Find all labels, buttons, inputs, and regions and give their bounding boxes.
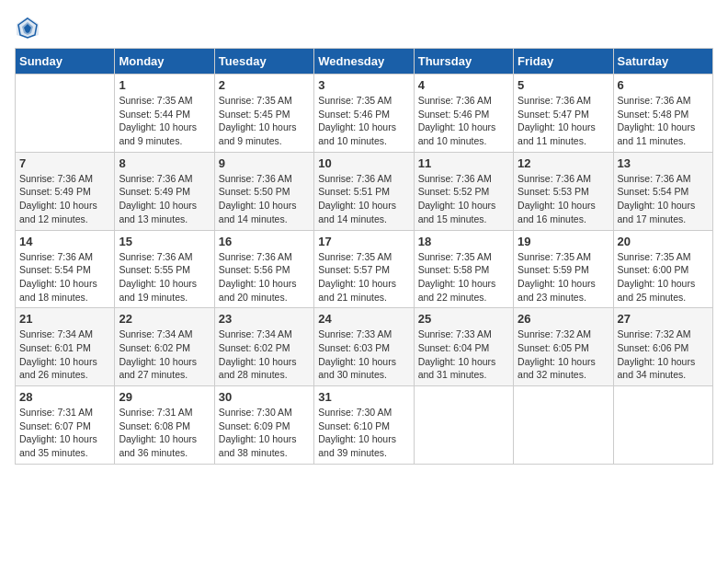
day-number: 31 — [318, 390, 409, 404]
calendar-cell: 19Sunrise: 7:35 AM Sunset: 5:59 PM Dayli… — [514, 230, 613, 308]
column-header-wednesday: Wednesday — [314, 49, 414, 75]
calendar-week-row: 28Sunrise: 7:31 AM Sunset: 6:07 PM Dayli… — [16, 386, 713, 465]
calendar-cell: 14Sunrise: 7:36 AM Sunset: 5:54 PM Dayli… — [16, 230, 115, 308]
day-number: 23 — [219, 312, 310, 326]
day-number: 9 — [219, 156, 310, 170]
calendar-week-row: 1Sunrise: 7:35 AM Sunset: 5:44 PM Daylig… — [16, 75, 713, 153]
day-number: 14 — [19, 235, 110, 248]
day-info: Sunrise: 7:36 AM Sunset: 5:51 PM Dayligh… — [318, 172, 409, 226]
column-header-tuesday: Tuesday — [214, 49, 313, 75]
day-info: Sunrise: 7:35 AM Sunset: 5:58 PM Dayligh… — [418, 250, 509, 304]
logo-icon — [15, 15, 40, 40]
calendar-cell: 20Sunrise: 7:35 AM Sunset: 6:00 PM Dayli… — [613, 230, 712, 308]
calendar-cell: 28Sunrise: 7:31 AM Sunset: 6:07 PM Dayli… — [16, 386, 115, 465]
calendar-cell: 31Sunrise: 7:30 AM Sunset: 6:10 PM Dayli… — [314, 386, 414, 465]
calendar-cell — [16, 75, 115, 153]
calendar-cell: 12Sunrise: 7:36 AM Sunset: 5:53 PM Dayli… — [514, 152, 613, 230]
calendar-cell: 22Sunrise: 7:34 AM Sunset: 6:02 PM Dayli… — [115, 308, 214, 386]
page-header — [15, 15, 713, 40]
column-header-thursday: Thursday — [414, 49, 513, 75]
calendar-cell: 18Sunrise: 7:35 AM Sunset: 5:58 PM Dayli… — [414, 230, 513, 308]
calendar-cell: 3Sunrise: 7:35 AM Sunset: 5:46 PM Daylig… — [314, 75, 414, 153]
calendar-cell: 4Sunrise: 7:36 AM Sunset: 5:46 PM Daylig… — [414, 75, 513, 153]
day-info: Sunrise: 7:36 AM Sunset: 5:56 PM Dayligh… — [219, 250, 310, 304]
calendar-cell: 13Sunrise: 7:36 AM Sunset: 5:54 PM Dayli… — [613, 152, 712, 230]
day-number: 20 — [618, 235, 709, 248]
day-info: Sunrise: 7:36 AM Sunset: 5:54 PM Dayligh… — [19, 250, 110, 304]
day-number: 26 — [518, 312, 609, 326]
day-number: 3 — [318, 78, 409, 92]
calendar-cell — [514, 386, 613, 465]
day-info: Sunrise: 7:36 AM Sunset: 5:48 PM Dayligh… — [618, 94, 709, 148]
day-info: Sunrise: 7:36 AM Sunset: 5:50 PM Dayligh… — [219, 172, 310, 226]
day-number: 28 — [19, 390, 110, 404]
day-info: Sunrise: 7:36 AM Sunset: 5:54 PM Dayligh… — [618, 172, 709, 226]
day-number: 22 — [119, 312, 210, 326]
day-number: 7 — [19, 156, 110, 170]
day-info: Sunrise: 7:35 AM Sunset: 5:45 PM Dayligh… — [219, 94, 310, 148]
day-number: 5 — [518, 78, 609, 92]
day-number: 30 — [219, 390, 310, 404]
calendar-cell: 11Sunrise: 7:36 AM Sunset: 5:52 PM Dayli… — [414, 152, 513, 230]
calendar-cell — [414, 386, 513, 465]
day-info: Sunrise: 7:36 AM Sunset: 5:47 PM Dayligh… — [518, 94, 609, 148]
column-header-saturday: Saturday — [613, 49, 712, 75]
calendar-table: SundayMondayTuesdayWednesdayThursdayFrid… — [15, 48, 713, 465]
calendar-cell: 15Sunrise: 7:36 AM Sunset: 5:55 PM Dayli… — [115, 230, 214, 308]
day-number: 21 — [19, 312, 110, 326]
day-info: Sunrise: 7:34 AM Sunset: 6:01 PM Dayligh… — [19, 327, 110, 382]
day-info: Sunrise: 7:35 AM Sunset: 6:00 PM Dayligh… — [618, 250, 709, 304]
calendar-cell: 10Sunrise: 7:36 AM Sunset: 5:51 PM Dayli… — [314, 152, 414, 230]
day-number: 15 — [119, 235, 210, 248]
day-info: Sunrise: 7:32 AM Sunset: 6:06 PM Dayligh… — [618, 327, 709, 382]
day-info: Sunrise: 7:35 AM Sunset: 5:44 PM Dayligh… — [119, 94, 210, 148]
day-info: Sunrise: 7:33 AM Sunset: 6:03 PM Dayligh… — [318, 327, 409, 382]
day-info: Sunrise: 7:36 AM Sunset: 5:55 PM Dayligh… — [119, 250, 210, 304]
calendar-cell: 17Sunrise: 7:35 AM Sunset: 5:57 PM Dayli… — [314, 230, 414, 308]
day-number: 16 — [219, 235, 310, 248]
day-number: 4 — [418, 78, 509, 92]
calendar-cell: 30Sunrise: 7:30 AM Sunset: 6:09 PM Dayli… — [214, 386, 313, 465]
day-number: 12 — [518, 156, 609, 170]
day-number: 18 — [418, 235, 509, 248]
calendar-cell: 6Sunrise: 7:36 AM Sunset: 5:48 PM Daylig… — [613, 75, 712, 153]
calendar-header-row: SundayMondayTuesdayWednesdayThursdayFrid… — [16, 49, 713, 75]
calendar-cell: 8Sunrise: 7:36 AM Sunset: 5:49 PM Daylig… — [115, 152, 214, 230]
day-info: Sunrise: 7:34 AM Sunset: 6:02 PM Dayligh… — [119, 327, 210, 382]
calendar-cell: 16Sunrise: 7:36 AM Sunset: 5:56 PM Dayli… — [214, 230, 313, 308]
day-info: Sunrise: 7:36 AM Sunset: 5:49 PM Dayligh… — [119, 172, 210, 226]
calendar-cell: 5Sunrise: 7:36 AM Sunset: 5:47 PM Daylig… — [514, 75, 613, 153]
calendar-cell: 9Sunrise: 7:36 AM Sunset: 5:50 PM Daylig… — [214, 152, 313, 230]
day-info: Sunrise: 7:30 AM Sunset: 6:10 PM Dayligh… — [318, 406, 409, 460]
day-number: 19 — [518, 235, 609, 248]
day-info: Sunrise: 7:35 AM Sunset: 5:57 PM Dayligh… — [318, 250, 409, 304]
column-header-monday: Monday — [115, 49, 214, 75]
day-number: 29 — [119, 390, 210, 404]
day-info: Sunrise: 7:36 AM Sunset: 5:49 PM Dayligh… — [19, 172, 110, 226]
day-number: 11 — [418, 156, 509, 170]
calendar-cell: 29Sunrise: 7:31 AM Sunset: 6:08 PM Dayli… — [115, 386, 214, 465]
calendar-cell: 27Sunrise: 7:32 AM Sunset: 6:06 PM Dayli… — [613, 308, 712, 386]
column-header-sunday: Sunday — [16, 49, 115, 75]
day-number: 13 — [618, 156, 709, 170]
day-number: 24 — [318, 312, 409, 326]
calendar-week-row: 7Sunrise: 7:36 AM Sunset: 5:49 PM Daylig… — [16, 152, 713, 230]
calendar-cell: 24Sunrise: 7:33 AM Sunset: 6:03 PM Dayli… — [314, 308, 414, 386]
day-info: Sunrise: 7:30 AM Sunset: 6:09 PM Dayligh… — [219, 406, 310, 460]
day-number: 1 — [119, 78, 210, 92]
logo — [15, 15, 44, 40]
day-info: Sunrise: 7:35 AM Sunset: 5:46 PM Dayligh… — [318, 94, 409, 148]
calendar-cell: 25Sunrise: 7:33 AM Sunset: 6:04 PM Dayli… — [414, 308, 513, 386]
calendar-cell: 23Sunrise: 7:34 AM Sunset: 6:02 PM Dayli… — [214, 308, 313, 386]
day-info: Sunrise: 7:36 AM Sunset: 5:53 PM Dayligh… — [518, 172, 609, 226]
calendar-cell: 21Sunrise: 7:34 AM Sunset: 6:01 PM Dayli… — [16, 308, 115, 386]
calendar-week-row: 14Sunrise: 7:36 AM Sunset: 5:54 PM Dayli… — [16, 230, 713, 308]
day-number: 27 — [618, 312, 709, 326]
day-number: 2 — [219, 78, 310, 92]
day-number: 8 — [119, 156, 210, 170]
day-info: Sunrise: 7:35 AM Sunset: 5:59 PM Dayligh… — [518, 250, 609, 304]
day-info: Sunrise: 7:32 AM Sunset: 6:05 PM Dayligh… — [518, 327, 609, 382]
day-info: Sunrise: 7:33 AM Sunset: 6:04 PM Dayligh… — [418, 327, 509, 382]
calendar-cell: 1Sunrise: 7:35 AM Sunset: 5:44 PM Daylig… — [115, 75, 214, 153]
day-info: Sunrise: 7:36 AM Sunset: 5:52 PM Dayligh… — [418, 172, 509, 226]
